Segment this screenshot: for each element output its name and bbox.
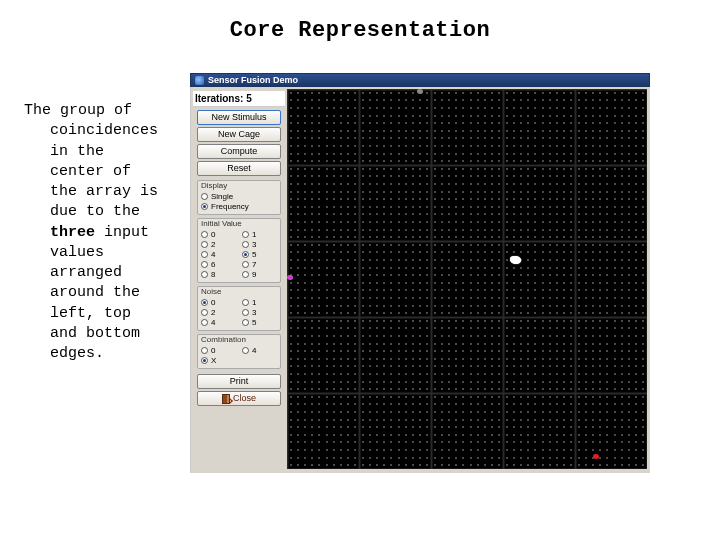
noise-option-label: 0 <box>211 298 215 307</box>
initial-value-option-label: 8 <box>211 270 215 279</box>
radio-icon <box>201 299 208 306</box>
radio-icon <box>242 299 249 306</box>
radio-icon <box>201 231 208 238</box>
radio-icon <box>201 251 208 258</box>
display-option-label: Single <box>211 192 233 201</box>
combination-group-title: Combination <box>201 335 277 344</box>
app-window: Sensor Fusion Demo Iterations: 5 New Sti… <box>190 73 650 473</box>
noise-option-4[interactable]: 4 <box>201 317 236 327</box>
initial-value-option-label: 7 <box>252 260 256 269</box>
noise-option-label: 2 <box>211 308 215 317</box>
combination-group: Combination 04X <box>197 334 281 369</box>
display-group: Display SingleFrequency <box>197 180 281 215</box>
close-button[interactable]: Close <box>197 391 281 406</box>
initial-value-option-9[interactable]: 9 <box>242 269 277 279</box>
dot-grid-canvas <box>287 89 647 469</box>
initial-value-option-label: 1 <box>252 230 256 239</box>
initial-value-option-label: 3 <box>252 240 256 249</box>
noise-option-1[interactable]: 1 <box>242 297 277 307</box>
initial-value-option-8[interactable]: 8 <box>201 269 236 279</box>
combination-option-0[interactable]: 0 <box>201 345 236 355</box>
new-stimulus-button[interactable]: New Stimulus <box>197 110 281 125</box>
radio-icon <box>242 347 249 354</box>
initial-value-option-label: 4 <box>211 250 215 259</box>
compute-button[interactable]: Compute <box>197 144 281 159</box>
initial-value-option-6[interactable]: 6 <box>201 259 236 269</box>
gray-marker <box>417 89 423 94</box>
initial-value-group: Initial Value 0123456789 <box>197 218 281 283</box>
display-option-single[interactable]: Single <box>201 191 277 201</box>
noise-option-5[interactable]: 5 <box>242 317 277 327</box>
radio-icon <box>242 319 249 326</box>
initial-value-option-3[interactable]: 3 <box>242 239 277 249</box>
print-button[interactable]: Print <box>197 374 281 389</box>
radio-icon <box>201 193 208 200</box>
radio-icon <box>242 261 249 268</box>
radio-icon <box>201 261 208 268</box>
initial-value-group-title: Initial Value <box>201 219 277 228</box>
page-title: Core Representation <box>0 0 720 73</box>
radio-icon <box>201 241 208 248</box>
combination-option-label: X <box>211 356 216 365</box>
radio-icon <box>242 251 249 258</box>
initial-value-option-label: 2 <box>211 240 215 249</box>
noise-option-label: 5 <box>252 318 256 327</box>
close-button-label: Close <box>233 392 256 405</box>
radio-icon <box>242 309 249 316</box>
combination-option-4[interactable]: 4 <box>242 345 277 355</box>
noise-group: Noise 012345 <box>197 286 281 331</box>
initial-value-option-label: 6 <box>211 260 215 269</box>
display-group-title: Display <box>201 181 277 190</box>
initial-value-option-label: 0 <box>211 230 215 239</box>
new-cage-button[interactable]: New Cage <box>197 127 281 142</box>
combination-option-label: 4 <box>252 346 256 355</box>
app-body: Iterations: 5 New Stimulus New Cage Comp… <box>190 87 650 473</box>
combination-option-x[interactable]: X <box>201 355 236 365</box>
initial-value-option-4[interactable]: 4 <box>201 249 236 259</box>
radio-icon <box>201 347 208 354</box>
description-text: The group ofcoincidencesin thecenter oft… <box>10 73 190 364</box>
noise-option-0[interactable]: 0 <box>201 297 236 307</box>
radio-icon <box>201 357 208 364</box>
window-title: Sensor Fusion Demo <box>208 75 298 85</box>
initial-value-option-label: 9 <box>252 270 256 279</box>
noise-option-label: 1 <box>252 298 256 307</box>
noise-option-label: 4 <box>211 318 215 327</box>
noise-option-label: 3 <box>252 308 256 317</box>
display-option-label: Frequency <box>211 202 249 211</box>
initial-value-option-label: 5 <box>252 250 256 259</box>
initial-value-option-5[interactable]: 5 <box>242 249 277 259</box>
radio-icon <box>201 203 208 210</box>
noise-group-title: Noise <box>201 287 277 296</box>
combination-option-label: 0 <box>211 346 215 355</box>
noise-option-3[interactable]: 3 <box>242 307 277 317</box>
radio-icon <box>201 271 208 278</box>
iterations-label: Iterations: 5 <box>193 91 285 107</box>
sensor-array-viz <box>287 89 647 469</box>
radio-icon <box>201 309 208 316</box>
initial-value-option-2[interactable]: 2 <box>201 239 236 249</box>
display-option-frequency[interactable]: Frequency <box>201 201 277 211</box>
titlebar: Sensor Fusion Demo <box>190 73 650 87</box>
door-exit-icon <box>222 394 230 404</box>
red-marker <box>593 454 599 459</box>
control-panel: Iterations: 5 New Stimulus New Cage Comp… <box>193 89 285 469</box>
initial-value-option-1[interactable]: 1 <box>242 229 277 239</box>
radio-icon <box>201 319 208 326</box>
radio-icon <box>242 271 249 278</box>
content-row: The group ofcoincidencesin thecenter oft… <box>0 73 720 473</box>
radio-icon <box>242 241 249 248</box>
initial-value-option-7[interactable]: 7 <box>242 259 277 269</box>
radio-icon <box>242 231 249 238</box>
initial-value-option-0[interactable]: 0 <box>201 229 236 239</box>
app-icon <box>195 76 204 85</box>
noise-option-2[interactable]: 2 <box>201 307 236 317</box>
reset-button[interactable]: Reset <box>197 161 281 176</box>
